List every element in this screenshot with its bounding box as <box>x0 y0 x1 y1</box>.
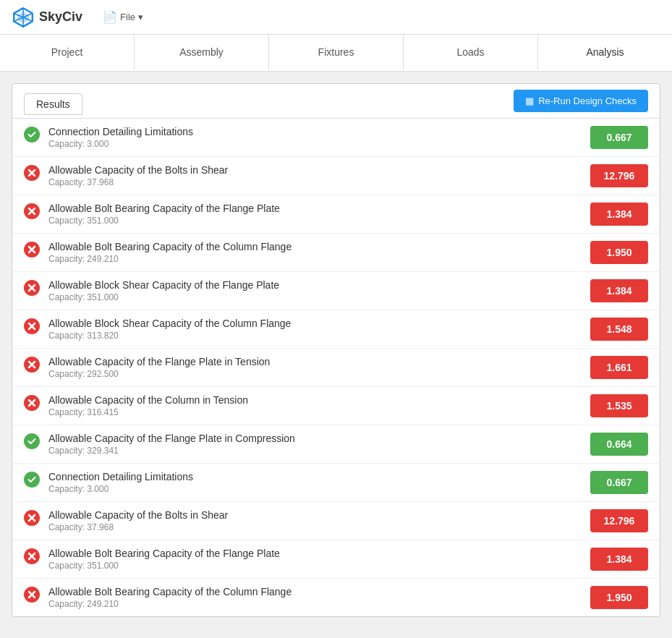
row-text: Allowable Bolt Bearing Capacity of the C… <box>48 241 292 264</box>
result-row: Allowable Bolt Bearing Capacity of the F… <box>12 195 660 234</box>
row-text: Connection Detailing Limitations Capacit… <box>48 471 193 494</box>
value-badge: 12.796 <box>590 509 648 532</box>
row-text: Connection Detailing Limitations Capacit… <box>48 126 193 149</box>
row-text: Allowable Capacity of the Flange Plate i… <box>48 433 295 456</box>
value-badge: 1.950 <box>590 241 648 264</box>
pass-icon <box>24 433 40 449</box>
row-left: Allowable Block Shear Capacity of the Fl… <box>24 279 279 302</box>
row-capacity: Capacity: 329.341 <box>48 446 295 456</box>
result-row: Allowable Block Shear Capacity of the Co… <box>12 310 660 349</box>
fail-icon <box>24 510 40 526</box>
rerun-design-checks-button[interactable]: ▦ Re-Run Design Checks <box>514 90 648 112</box>
result-row: Allowable Capacity of the Column in Tens… <box>12 387 660 425</box>
row-capacity: Capacity: 313.820 <box>48 331 291 341</box>
row-text: Allowable Bolt Bearing Capacity of the C… <box>48 586 292 609</box>
row-title: Allowable Bolt Bearing Capacity of the F… <box>48 203 280 214</box>
result-row: Allowable Capacity of the Flange Plate i… <box>12 349 660 387</box>
value-badge: 1.661 <box>590 356 648 379</box>
panel-header: Results ▦ Re-Run Design Checks <box>12 84 660 119</box>
result-row: Allowable Capacity of the Bolts in Shear… <box>12 502 660 540</box>
value-badge: 1.548 <box>590 318 648 341</box>
value-badge: 1.384 <box>590 548 648 571</box>
row-title: Connection Detailing Limitations <box>48 471 193 482</box>
row-title: Allowable Bolt Bearing Capacity of the C… <box>48 586 292 597</box>
tab-analysis[interactable]: Analysis <box>538 35 672 71</box>
row-capacity: Capacity: 3.000 <box>48 484 193 494</box>
result-row: Allowable Block Shear Capacity of the Fl… <box>12 272 660 310</box>
results-tab[interactable]: Results <box>24 93 82 115</box>
row-left: Allowable Capacity of the Flange Plate i… <box>24 433 295 456</box>
app-header: SkyCiv 📄 File ▾ <box>0 0 672 35</box>
row-text: Allowable Bolt Bearing Capacity of the F… <box>48 548 280 571</box>
nav-tabs: Project Assembly Fixtures Loads Analysis <box>0 35 672 72</box>
file-icon: 📄 <box>103 10 117 24</box>
value-badge: 1.384 <box>590 279 648 302</box>
fail-icon <box>24 587 40 603</box>
result-row: Connection Detailing Limitations Capacit… <box>12 119 660 157</box>
row-text: Allowable Block Shear Capacity of the Co… <box>48 318 291 341</box>
row-left: Connection Detailing Limitations Capacit… <box>24 471 193 494</box>
row-text: Allowable Capacity of the Bolts in Shear… <box>48 509 228 532</box>
value-badge: 0.667 <box>590 471 648 494</box>
row-left: Allowable Capacity of the Bolts in Shear… <box>24 509 228 532</box>
row-left: Connection Detailing Limitations Capacit… <box>24 126 193 149</box>
tab-loads[interactable]: Loads <box>404 35 538 71</box>
result-row: Allowable Capacity of the Bolts in Shear… <box>12 157 660 195</box>
fail-icon <box>24 357 40 373</box>
value-badge: 1.384 <box>590 203 648 226</box>
result-row: Allowable Bolt Bearing Capacity of the C… <box>12 579 660 616</box>
row-title: Allowable Bolt Bearing Capacity of the F… <box>48 548 280 559</box>
pass-icon <box>24 472 40 488</box>
results-panel: Results ▦ Re-Run Design Checks Connectio… <box>12 83 660 617</box>
fail-icon <box>24 548 40 564</box>
fail-icon <box>24 203 40 219</box>
row-text: Allowable Capacity of the Column in Tens… <box>48 394 248 417</box>
row-left: Allowable Block Shear Capacity of the Co… <box>24 318 291 341</box>
row-capacity: Capacity: 249.210 <box>48 599 292 609</box>
tab-fixtures[interactable]: Fixtures <box>269 35 404 71</box>
row-title: Allowable Block Shear Capacity of the Fl… <box>48 279 279 291</box>
value-badge: 1.535 <box>590 394 648 417</box>
row-left: Allowable Bolt Bearing Capacity of the F… <box>24 548 280 571</box>
file-menu[interactable]: 📄 File ▾ <box>97 7 149 27</box>
tab-project[interactable]: Project <box>0 35 135 71</box>
fail-icon <box>24 280 40 296</box>
skyciv-logo-icon <box>12 6 35 29</box>
result-row: Allowable Capacity of the Flange Plate i… <box>12 425 660 464</box>
row-capacity: Capacity: 249.210 <box>48 254 292 264</box>
row-text: Allowable Block Shear Capacity of the Fl… <box>48 279 279 302</box>
file-menu-label: File <box>120 12 135 22</box>
result-row: Allowable Bolt Bearing Capacity of the F… <box>12 540 660 579</box>
fail-icon <box>24 165 40 181</box>
value-badge: 0.667 <box>590 126 648 149</box>
value-badge: 1.950 <box>590 586 648 609</box>
row-title: Allowable Capacity of the Flange Plate i… <box>48 433 295 444</box>
result-row: Allowable Bolt Bearing Capacity of the C… <box>12 234 660 272</box>
row-title: Allowable Capacity of the Bolts in Shear <box>48 164 228 176</box>
rerun-button-label: Re-Run Design Checks <box>538 95 637 106</box>
fail-icon <box>24 318 40 334</box>
value-badge: 0.664 <box>590 433 648 456</box>
row-text: Allowable Capacity of the Bolts in Shear… <box>48 164 228 187</box>
row-title: Connection Detailing Limitations <box>48 126 193 137</box>
row-capacity: Capacity: 37.968 <box>48 177 228 187</box>
row-capacity: Capacity: 316.415 <box>48 407 248 417</box>
main-content: Results ▦ Re-Run Design Checks Connectio… <box>0 72 672 629</box>
row-left: Allowable Bolt Bearing Capacity of the C… <box>24 586 292 609</box>
row-title: Allowable Capacity of the Bolts in Shear <box>48 509 228 521</box>
row-capacity: Capacity: 351.000 <box>48 561 280 571</box>
row-title: Allowable Block Shear Capacity of the Co… <box>48 318 291 329</box>
rerun-icon: ▦ <box>525 95 534 106</box>
row-left: Allowable Capacity of the Bolts in Shear… <box>24 164 228 187</box>
row-capacity: Capacity: 3.000 <box>48 139 193 149</box>
pass-icon <box>24 127 40 143</box>
tab-assembly[interactable]: Assembly <box>135 35 269 71</box>
row-left: Allowable Bolt Bearing Capacity of the C… <box>24 241 292 264</box>
result-row: Connection Detailing Limitations Capacit… <box>12 464 660 502</box>
app-logo: SkyCiv <box>12 6 82 29</box>
row-text: Allowable Bolt Bearing Capacity of the F… <box>48 203 280 226</box>
fail-icon <box>24 395 40 411</box>
row-left: Allowable Capacity of the Column in Tens… <box>24 394 248 417</box>
row-title: Allowable Bolt Bearing Capacity of the C… <box>48 241 292 252</box>
results-list: Connection Detailing Limitations Capacit… <box>12 119 660 616</box>
